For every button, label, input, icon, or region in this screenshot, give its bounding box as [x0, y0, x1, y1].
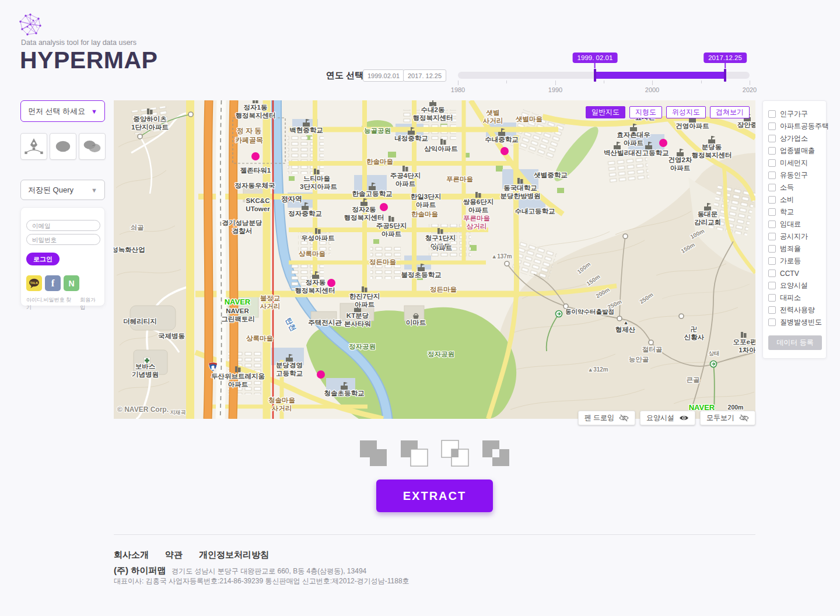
map-label: 행정복지센터: [344, 214, 384, 221]
data-point-0[interactable]: [251, 152, 260, 160]
map-label: 고등학교: [276, 370, 303, 377]
shape-tools: [20, 133, 106, 160]
start-date-field[interactable]: 1999.02.01: [363, 69, 404, 82]
map-label: 절터골: [642, 346, 663, 353]
checkbox-icon[interactable]: [768, 318, 776, 326]
saved-query-select[interactable]: 저장된 Query ▼: [20, 180, 105, 200]
map-canvas[interactable]: 1: [114, 100, 755, 419]
map-label: 푸른마을: [446, 176, 473, 183]
category-select[interactable]: 먼저 선택 하세요 ▼: [20, 100, 105, 122]
slider-selected-range[interactable]: [595, 72, 725, 79]
footer-link-company[interactable]: 회사소개: [114, 550, 149, 561]
checkbox-icon[interactable]: [768, 245, 776, 253]
overlap-tool-button[interactable]: [79, 133, 106, 160]
extract-button[interactable]: EXTRACT: [376, 480, 493, 512]
map-label: 한진7단지: [349, 293, 380, 300]
kakao-login-icon[interactable]: TALK: [26, 275, 42, 291]
checkbox-icon[interactable]: [768, 270, 776, 277]
checkbox-icon[interactable]: [768, 123, 776, 130]
union-operation-button[interactable]: [359, 439, 387, 470]
overlay-toggle-2[interactable]: 모두보기: [700, 411, 755, 425]
checkbox-icon[interactable]: [768, 110, 776, 118]
checkbox-icon[interactable]: [768, 159, 776, 167]
checkbox-icon[interactable]: [768, 196, 776, 204]
union-icon: [359, 439, 387, 468]
checkbox-icon[interactable]: [768, 282, 776, 289]
map-label: 쇠골: [131, 224, 144, 231]
overlay-toggle-0[interactable]: 펜 드로잉: [578, 411, 635, 425]
data-point-3[interactable]: [327, 279, 335, 287]
map-type-button-2[interactable]: 위성지도: [666, 106, 706, 118]
layer-checkbox-4[interactable]: 미세먼지: [768, 157, 821, 169]
eye-off-icon: [739, 414, 749, 422]
checkbox-icon[interactable]: [768, 257, 776, 265]
layer-checkbox-13[interactable]: CCTV: [768, 267, 821, 279]
naver-login-icon[interactable]: N: [64, 275, 79, 291]
checkbox-icon[interactable]: [768, 147, 776, 155]
facebook-login-icon[interactable]: f: [45, 275, 61, 291]
intersect-operation-button[interactable]: [441, 439, 469, 470]
map-type-button-3[interactable]: 겹쳐보기: [710, 106, 750, 118]
map-label: 보바스: [135, 363, 156, 370]
data-point-1[interactable]: [501, 147, 509, 155]
layer-checkbox-7[interactable]: 소비: [768, 194, 821, 206]
password-field[interactable]: [26, 234, 100, 245]
subtract-operation-button[interactable]: [400, 439, 428, 470]
map-label: 국제병동: [158, 332, 185, 340]
layer-checkbox-9[interactable]: 임대료: [768, 218, 821, 230]
slider-start-handle[interactable]: [594, 69, 596, 82]
naver-map[interactable]: 1: [114, 100, 755, 419]
checkbox-icon[interactable]: [768, 184, 776, 191]
map-label: 그린팩토리: [221, 316, 255, 323]
checkbox-icon[interactable]: [768, 135, 776, 142]
layer-checkbox-17[interactable]: 질병발생빈도: [768, 316, 821, 328]
layer-checkbox-10[interactable]: 공시지가: [768, 230, 821, 243]
data-point-5[interactable]: [659, 139, 667, 147]
layer-checkbox-5[interactable]: 유동인구: [768, 169, 821, 181]
layer-checkbox-8[interactable]: 학교: [768, 206, 821, 218]
register-data-button[interactable]: 데이터 등록: [768, 335, 822, 350]
map-label: 정자공원: [428, 351, 454, 358]
map-type-button-1[interactable]: 지형도: [629, 106, 662, 118]
checkbox-icon[interactable]: [768, 233, 776, 240]
checkbox-icon[interactable]: [768, 172, 776, 179]
start-date-tooltip: 1999. 02.01: [573, 52, 618, 63]
map-label: 느티마을: [303, 175, 330, 182]
map-type-button-0[interactable]: 일반지도: [586, 106, 625, 118]
layer-checkbox-16[interactable]: 전력사용량: [768, 304, 821, 316]
layer-checkbox-1[interactable]: 아파트공동주택: [768, 120, 821, 132]
exclude-operation-button[interactable]: [482, 439, 510, 470]
layer-checkbox-12[interactable]: 가로등: [768, 255, 821, 267]
pen-tool-button[interactable]: [20, 133, 47, 160]
login-button[interactable]: 로그인: [26, 253, 60, 265]
end-date-tooltip: 2017.12.25: [704, 52, 747, 63]
layer-checkbox-0[interactable]: 인구가구: [768, 108, 821, 120]
map-label: UTower: [246, 205, 270, 212]
layer-checkbox-2[interactable]: 상가업소: [768, 132, 821, 145]
overlay-toggle-1[interactable]: 요양시설: [640, 411, 695, 425]
layer-checkbox-14[interactable]: 요양시설: [768, 279, 821, 292]
end-date-field[interactable]: 2017. 12.25: [403, 69, 446, 82]
layer-checkbox-15[interactable]: 대피소: [768, 292, 821, 304]
signup-link[interactable]: 회원가입: [80, 296, 99, 312]
hypermap-logo-icon: [18, 12, 43, 37]
data-point-2[interactable]: [380, 203, 388, 211]
map-label: 경기성남분당: [222, 219, 263, 226]
checkbox-icon[interactable]: [768, 220, 776, 228]
ellipse-tool-button[interactable]: [50, 133, 76, 160]
checkbox-icon[interactable]: [768, 306, 776, 314]
map-label: SKC&C: [246, 197, 270, 204]
footer-link-terms[interactable]: 약관: [165, 550, 183, 561]
checkbox-icon[interactable]: [768, 208, 776, 216]
find-account-link[interactable]: 아이디.비밀번호 찾기: [26, 296, 72, 312]
email-field[interactable]: [26, 220, 100, 231]
slider-end-handle[interactable]: [724, 69, 726, 82]
checkbox-icon[interactable]: [768, 294, 776, 302]
layer-checkbox-3[interactable]: 업종별매출: [768, 145, 821, 157]
footer-link-privacy[interactable]: 개인정보처리방침: [199, 550, 269, 561]
layer-checkbox-6[interactable]: 소득: [768, 181, 821, 194]
map-label: 수내2동: [421, 106, 445, 113]
page-title: HYPERMAP: [20, 47, 158, 74]
data-point-4[interactable]: [317, 370, 325, 379]
layer-checkbox-11[interactable]: 범죄율: [768, 243, 821, 255]
